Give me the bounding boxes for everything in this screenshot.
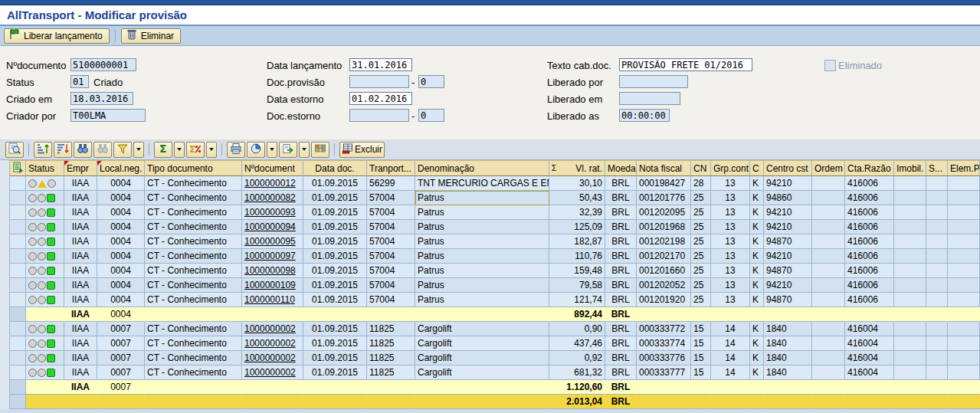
column-header-tipo-documento[interactable]: Tipo documento	[145, 160, 242, 176]
cell-tipo[interactable]: CT - Conhecimento	[145, 336, 242, 351]
document-link[interactable]: 1000000094	[244, 221, 296, 232]
cell-status[interactable]	[26, 278, 64, 293]
cell-ordem[interactable]	[812, 351, 845, 365]
cell-vl[interactable]: 0,92	[549, 351, 605, 365]
cell-status[interactable]	[26, 293, 64, 307]
cell-denom[interactable]: TNT MERCURIO CARGAS E ENC	[415, 176, 549, 191]
document-link[interactable]: 1000000002	[244, 338, 296, 349]
cell-local[interactable]: 0004	[97, 249, 145, 264]
cell-data_doc[interactable]: 01.09.2015	[303, 322, 367, 336]
cell-local[interactable]: 0004	[97, 176, 145, 191]
cell-data_doc[interactable]: 01.09.2015	[303, 176, 367, 191]
column-header-s[interactable]: S...	[926, 160, 948, 176]
cell-grp[interactable]: 13	[711, 205, 750, 220]
cell-empr[interactable]: IIAA	[64, 176, 97, 191]
cell-tipo[interactable]: CT - Conhecimento	[145, 220, 242, 234]
cell-empr[interactable]: IIAA	[64, 365, 97, 380]
cell-centro[interactable]: 94210	[764, 176, 812, 191]
cell-grp[interactable]: 14	[711, 322, 750, 336]
cell-data_doc[interactable]: 01.09.2015	[303, 234, 367, 249]
cell-transp[interactable]: 57004	[367, 234, 415, 249]
cell-c[interactable]: K	[750, 205, 764, 220]
cell-conta[interactable]: 416006	[845, 191, 894, 205]
cell-empr[interactable]: IIAA	[64, 336, 97, 351]
cell-data_doc[interactable]: 01.09.2015	[303, 365, 367, 380]
cell-s[interactable]	[926, 365, 948, 380]
cell-grp[interactable]: 13	[711, 220, 750, 234]
cell-denom[interactable]: Patrus	[415, 205, 549, 220]
choose-layout-button[interactable]	[311, 142, 329, 158]
cell-empr[interactable]: IIAA	[64, 249, 97, 264]
cell-nf[interactable]: 001201920	[637, 293, 691, 307]
cell-denom[interactable]: Patrus	[415, 220, 549, 234]
row-selector[interactable]	[9, 249, 26, 264]
cell-cn[interactable]: 15	[691, 322, 711, 336]
row-selector[interactable]	[9, 365, 26, 380]
cell-pep[interactable]	[948, 220, 980, 234]
data-lancamento-field[interactable]	[349, 58, 412, 71]
sort-ascending-button[interactable]	[34, 142, 52, 158]
cell-denom[interactable]: Cargolift	[415, 351, 549, 365]
cell-pep[interactable]	[948, 293, 980, 307]
cell-vl[interactable]: 30,10	[549, 176, 605, 191]
cell-local[interactable]: 0004	[97, 264, 145, 278]
cell-imobil[interactable]	[894, 264, 926, 278]
cell-grp[interactable]: 13	[711, 234, 750, 249]
detail-button[interactable]	[5, 142, 24, 158]
cell-pep[interactable]	[948, 278, 980, 293]
column-header-data-doc[interactable]: Data doc.	[303, 160, 367, 176]
cell-local[interactable]: 0004	[97, 293, 145, 307]
cell-centro[interactable]: 94210	[764, 220, 812, 234]
cell-imobil[interactable]	[894, 205, 926, 220]
cell-denom[interactable]: Cargolift	[415, 365, 549, 380]
cell-s[interactable]	[926, 336, 948, 351]
cell-moeda[interactable]: BRL	[605, 264, 637, 278]
cell-data_doc[interactable]: 01.09.2015	[303, 191, 367, 205]
document-link[interactable]: 1000000012	[244, 178, 296, 188]
cell-local[interactable]: 0004	[97, 191, 145, 205]
cell-conta[interactable]: 416006	[845, 264, 894, 278]
cell-centro[interactable]: 94210	[764, 249, 812, 264]
cell-cn[interactable]: 25	[691, 249, 711, 264]
cell-pep[interactable]	[948, 249, 980, 264]
column-header-elem-pep[interactable]: Elem.PEP	[948, 160, 980, 176]
cell-ndoc[interactable]: 1000000002	[242, 336, 303, 351]
cell-ndoc[interactable]: 1000000098	[242, 264, 303, 278]
cell-s[interactable]	[926, 191, 948, 205]
cell-conta[interactable]: 416006	[845, 220, 894, 234]
cell-s[interactable]	[926, 220, 948, 234]
cell-ndoc[interactable]: 1000000094	[242, 220, 303, 234]
cell-cn[interactable]: 15	[691, 336, 711, 351]
cell-imobil[interactable]	[894, 351, 926, 365]
cell-s[interactable]	[926, 293, 948, 307]
cell-moeda[interactable]: BRL	[605, 249, 637, 264]
cell-nf[interactable]: 001202052	[637, 278, 691, 293]
cell-ordem[interactable]	[812, 264, 845, 278]
cell-moeda[interactable]: BRL	[605, 176, 637, 191]
liberar-lancamento-button[interactable]: Liberar lançamento	[4, 28, 110, 44]
cell-s[interactable]	[926, 278, 948, 293]
cell-imobil[interactable]	[894, 191, 926, 205]
cell-empr[interactable]: IIAA	[64, 293, 97, 307]
cell-data_doc[interactable]: 01.09.2015	[303, 264, 367, 278]
cell-empr[interactable]: IIAA	[64, 191, 97, 205]
cell-moeda[interactable]: BRL	[605, 220, 637, 234]
cell-centro[interactable]: 1840	[764, 336, 812, 351]
views-button[interactable]	[247, 142, 265, 158]
cell-transp[interactable]: 11825	[367, 351, 415, 365]
cell-transp[interactable]: 56299	[367, 176, 415, 191]
column-header-c[interactable]: C	[750, 160, 764, 176]
cell-vl[interactable]: 182,87	[549, 234, 605, 249]
cell-moeda[interactable]: BRL	[605, 205, 637, 220]
cell-pep[interactable]	[948, 264, 980, 278]
cell-empr[interactable]: IIAA	[64, 278, 97, 293]
cell-grp[interactable]: 13	[711, 264, 750, 278]
cell-cn[interactable]: 25	[691, 234, 711, 249]
cell-status[interactable]	[26, 234, 64, 249]
cell-moeda[interactable]: BRL	[605, 191, 637, 205]
cell-cn[interactable]: 25	[691, 205, 711, 220]
cell-conta[interactable]: 416004	[845, 365, 894, 380]
cell-cn[interactable]: 25	[691, 191, 711, 205]
cell-cn[interactable]: 28	[691, 176, 711, 191]
cell-nf[interactable]: 001202170	[637, 249, 691, 264]
